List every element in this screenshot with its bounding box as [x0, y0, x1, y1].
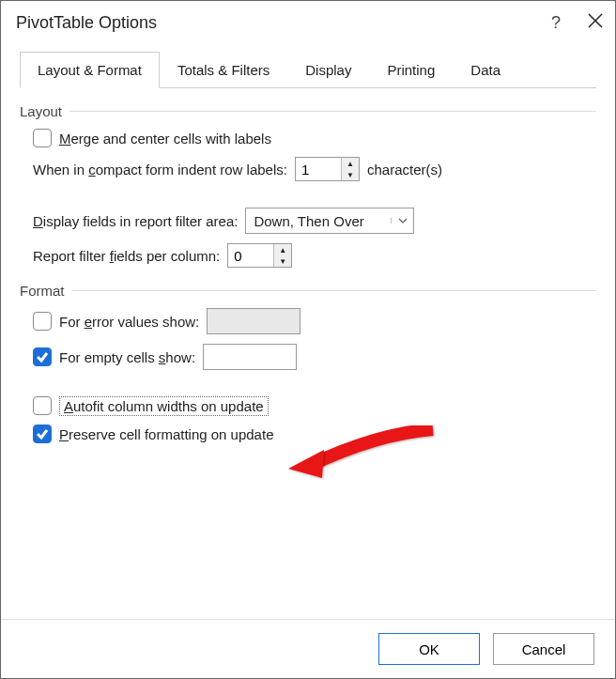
indent-label: When in compact form indent row labels: — [33, 162, 287, 177]
cancel-button[interactable]: Cancel — [493, 633, 594, 665]
display-fields-value: Down, Then Over — [246, 213, 391, 229]
display-fields-select[interactable]: Down, Then Over — [245, 208, 414, 234]
tab-printing[interactable]: Printing — [369, 52, 453, 88]
indent-spinner[interactable]: ▲▼ — [295, 157, 360, 181]
display-fields-label: Display fields in report filter area: — [33, 213, 238, 229]
indent-suffix: character(s) — [367, 162, 442, 177]
svg-marker-2 — [288, 450, 324, 478]
layout-group: Layout Merge and center cells with label… — [20, 103, 596, 268]
pivottable-options-dialog: PivotTable Options ? Layout & Format Tot… — [0, 0, 616, 679]
filter-fields-label: Report filter fields per column: — [33, 248, 220, 264]
spinner-down-icon[interactable]: ▼ — [274, 255, 291, 267]
filter-fields-input[interactable] — [228, 244, 273, 267]
tab-bar: Layout & Format Totals & Filters Display… — [20, 52, 596, 88]
empty-cells-input[interactable] — [203, 344, 297, 370]
tab-totals-filters[interactable]: Totals & Filters — [160, 52, 287, 88]
titlebar: PivotTable Options ? — [1, 1, 615, 44]
spinner-up-icon[interactable]: ▲ — [274, 244, 291, 255]
error-values-checkbox[interactable] — [33, 312, 52, 331]
dialog-title: PivotTable Options — [16, 13, 551, 33]
tab-data[interactable]: Data — [453, 52, 518, 88]
tab-layout-format[interactable]: Layout & Format — [20, 52, 160, 88]
preserve-formatting-checkbox[interactable] — [33, 424, 52, 443]
merge-cells-checkbox[interactable] — [33, 129, 52, 147]
close-icon[interactable] — [587, 12, 604, 33]
ok-button[interactable]: OK — [378, 633, 480, 665]
format-group-title: Format — [20, 283, 72, 299]
indent-input[interactable] — [296, 158, 341, 180]
layout-group-title: Layout — [20, 103, 69, 119]
help-icon[interactable]: ? — [551, 13, 561, 33]
spinner-down-icon[interactable]: ▼ — [342, 169, 359, 180]
chevron-down-icon[interactable] — [391, 218, 413, 224]
empty-cells-checkbox[interactable] — [33, 347, 52, 366]
preserve-formatting-label: Preserve cell formatting on update — [59, 426, 273, 442]
merge-cells-label: Merge and center cells with labels — [59, 131, 271, 147]
autofit-checkbox[interactable] — [33, 396, 52, 415]
dialog-content: Layout & Format Totals & Filters Display… — [1, 44, 615, 619]
error-values-label: For error values show: — [59, 314, 199, 330]
spinner-up-icon[interactable]: ▲ — [342, 158, 359, 169]
tab-display[interactable]: Display — [287, 52, 369, 88]
error-values-input — [207, 308, 300, 334]
empty-cells-label: For empty cells show: — [59, 349, 195, 365]
format-group: Format For error values show: For empty … — [20, 283, 596, 443]
filter-fields-spinner[interactable]: ▲▼ — [227, 243, 292, 268]
dialog-footer: OK Cancel — [1, 619, 615, 678]
autofit-label: Autofit column widths on update — [59, 398, 269, 414]
